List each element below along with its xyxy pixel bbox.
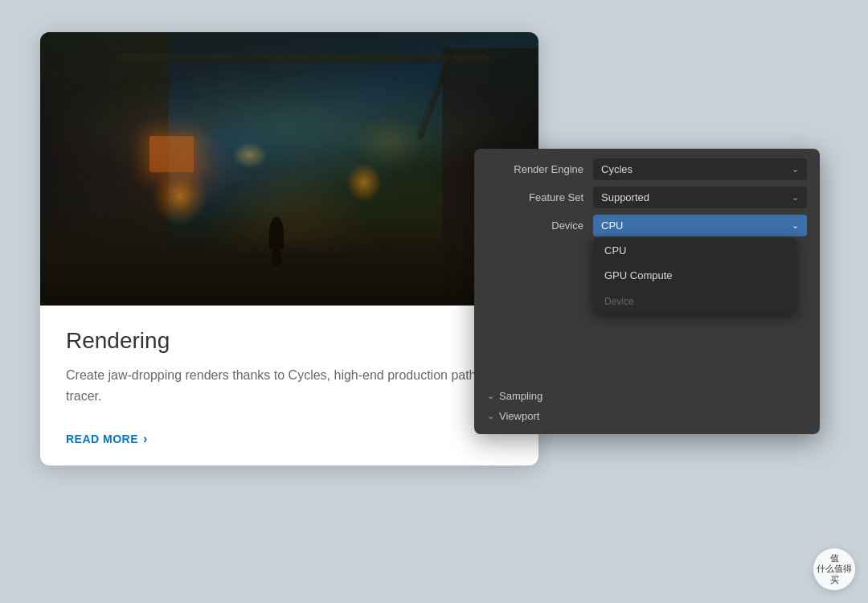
watermark-text: 值什么值得买 <box>813 553 855 585</box>
feature-set-value: Supported <box>601 191 649 203</box>
rendering-card: Rendering Create jaw-dropping renders th… <box>40 32 538 466</box>
feature-set-chevron: ⌄ <box>792 192 799 203</box>
dropdown-option-gpu[interactable]: GPU Compute <box>593 263 796 288</box>
device-row: Device CPU ⌄ CPU GPU Compute Device <box>487 215 807 236</box>
read-more-arrow: › <box>143 432 148 446</box>
panel-bottom: ⌄ Sampling ⌄ Viewport <box>474 383 820 434</box>
figure-silhouette <box>269 217 284 249</box>
pipe-horizontal <box>115 54 489 64</box>
read-more-label: READ MORE <box>66 433 138 445</box>
feature-set-label: Feature Set <box>487 191 583 203</box>
scene-fog <box>40 32 538 306</box>
sampling-label: Sampling <box>499 390 542 402</box>
sampling-section[interactable]: ⌄ Sampling <box>481 386 813 406</box>
card-body: Rendering Create jaw-dropping renders th… <box>40 306 538 466</box>
ground <box>40 209 538 306</box>
card-description: Create jaw-dropping renders thanks to Cy… <box>66 365 513 406</box>
device-select[interactable]: CPU ⌄ <box>593 215 807 236</box>
device-label: Device <box>487 219 583 232</box>
read-more-link[interactable]: READ MORE › <box>66 432 513 446</box>
feature-set-select[interactable]: Supported ⌄ <box>593 187 807 208</box>
dropdown-option-cpu[interactable]: CPU <box>593 238 796 263</box>
viewport-arrow: ⌄ <box>487 411 494 421</box>
page-wrapper: Rendering Create jaw-dropping renders th… <box>0 0 868 603</box>
card-image <box>40 32 538 306</box>
render-engine-value: Cycles <box>601 163 633 175</box>
panel-content: Render Engine Cycles ⌄ Feature Set Suppo… <box>474 149 820 246</box>
dropdown-option-device-header: Device <box>593 288 796 314</box>
viewport-section[interactable]: ⌄ Viewport <box>481 406 813 426</box>
pipe-diagonal <box>416 47 456 140</box>
render-engine-label: Render Engine <box>487 163 583 175</box>
feature-set-row: Feature Set Supported ⌄ <box>487 187 807 208</box>
blender-properties-panel: Render Engine Cycles ⌄ Feature Set Suppo… <box>474 149 820 434</box>
render-engine-chevron: ⌄ <box>792 164 799 174</box>
card-title: Rendering <box>66 328 513 354</box>
building-left <box>40 32 169 273</box>
device-value: CPU <box>601 219 623 232</box>
device-dropdown: CPU GPU Compute Device <box>593 238 796 314</box>
watermark: 值什么值得买 <box>813 548 855 590</box>
sampling-arrow: ⌄ <box>487 391 494 401</box>
render-engine-row: Render Engine Cycles ⌄ <box>487 158 807 180</box>
render-engine-select[interactable]: Cycles ⌄ <box>593 158 807 180</box>
viewport-label: Viewport <box>499 410 539 422</box>
window-glow <box>149 136 194 172</box>
device-chevron: ⌄ <box>792 220 799 231</box>
